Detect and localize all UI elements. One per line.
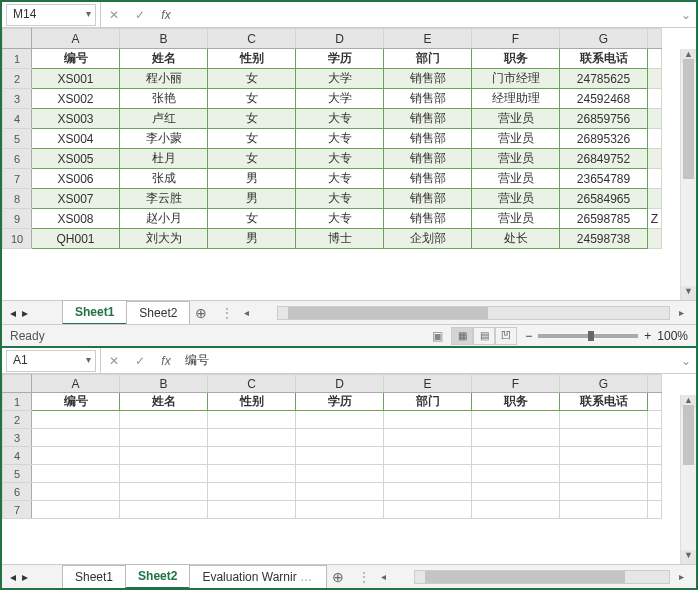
page-break-view-icon[interactable]: 凹: [495, 327, 517, 345]
cell[interactable]: 营业员: [472, 169, 560, 189]
cell[interactable]: 部门: [384, 393, 472, 411]
cell[interactable]: 销售部: [384, 89, 472, 109]
next-sheet-icon[interactable]: ▸: [22, 570, 28, 584]
cell[interactable]: [120, 447, 208, 465]
cell[interactable]: 销售部: [384, 109, 472, 129]
cell[interactable]: 处长: [472, 229, 560, 249]
new-sheet-icon[interactable]: ⊕: [189, 305, 213, 321]
row-header[interactable]: 7: [3, 501, 32, 519]
expand-formula-icon[interactable]: ⌄: [676, 8, 696, 22]
cell[interactable]: [560, 411, 648, 429]
row-header[interactable]: 2: [3, 411, 32, 429]
cell[interactable]: 营业员: [472, 109, 560, 129]
cell[interactable]: [560, 429, 648, 447]
cancel-icon[interactable]: ✕: [101, 348, 127, 373]
zoom-level[interactable]: 100%: [657, 329, 688, 343]
cell[interactable]: XS003: [32, 109, 120, 129]
cell[interactable]: 23654789: [560, 169, 648, 189]
cell[interactable]: [120, 483, 208, 501]
col-header[interactable]: B: [120, 29, 208, 49]
cell[interactable]: [208, 447, 296, 465]
tab-options-icon[interactable]: ⋮: [358, 570, 372, 584]
name-box[interactable]: A1: [6, 350, 96, 372]
cell[interactable]: QH001: [32, 229, 120, 249]
col-header[interactable]: F: [472, 375, 560, 393]
cell[interactable]: 杜月: [120, 149, 208, 169]
tab-options-icon[interactable]: ⋮: [221, 306, 235, 320]
scroll-left-icon[interactable]: ◂: [376, 571, 390, 582]
tab-sheet2[interactable]: Sheet2: [126, 301, 190, 324]
cell[interactable]: 大专: [296, 209, 384, 229]
cell[interactable]: 女: [208, 129, 296, 149]
cell[interactable]: 销售部: [384, 209, 472, 229]
cell[interactable]: 营业员: [472, 189, 560, 209]
cell[interactable]: 26598785: [560, 209, 648, 229]
cell[interactable]: [120, 411, 208, 429]
cell[interactable]: [472, 411, 560, 429]
page-layout-view-icon[interactable]: ▤: [473, 327, 495, 345]
cell[interactable]: [32, 429, 120, 447]
cell[interactable]: 张艳: [120, 89, 208, 109]
cell[interactable]: [32, 411, 120, 429]
zoom-in-icon[interactable]: +: [644, 329, 651, 343]
cell[interactable]: 26859756: [560, 109, 648, 129]
cell[interactable]: [560, 483, 648, 501]
col-header[interactable]: G: [560, 29, 648, 49]
col-header[interactable]: C: [208, 375, 296, 393]
scroll-thumb[interactable]: [683, 405, 694, 465]
row-header[interactable]: 10: [3, 229, 32, 249]
cell[interactable]: [472, 483, 560, 501]
cell[interactable]: [472, 447, 560, 465]
cell[interactable]: [296, 429, 384, 447]
cell[interactable]: [472, 465, 560, 483]
cell[interactable]: 刘大为: [120, 229, 208, 249]
cell[interactable]: XS005: [32, 149, 120, 169]
cell[interactable]: [208, 465, 296, 483]
horizontal-scrollbar[interactable]: [414, 570, 670, 584]
cell[interactable]: XS002: [32, 89, 120, 109]
cell[interactable]: 职务: [472, 49, 560, 69]
cell[interactable]: 24592468: [560, 89, 648, 109]
cell[interactable]: 男: [208, 189, 296, 209]
cell[interactable]: 销售部: [384, 129, 472, 149]
zoom-slider[interactable]: [538, 334, 638, 338]
cell[interactable]: 性别: [208, 49, 296, 69]
cell[interactable]: [560, 447, 648, 465]
tab-sheet2[interactable]: Sheet2: [125, 564, 190, 589]
cell[interactable]: [648, 89, 662, 109]
tab-sheet1[interactable]: Sheet1: [62, 565, 126, 588]
row-header[interactable]: 3: [3, 89, 32, 109]
cell[interactable]: 大学: [296, 69, 384, 89]
cell[interactable]: 部门: [384, 49, 472, 69]
cell[interactable]: 学历: [296, 49, 384, 69]
cancel-icon[interactable]: ✕: [101, 2, 127, 27]
cell[interactable]: 24598738: [560, 229, 648, 249]
cell[interactable]: 李小蒙: [120, 129, 208, 149]
cell[interactable]: 经理助理: [472, 89, 560, 109]
cell[interactable]: 编号: [32, 49, 120, 69]
cell[interactable]: 26849752: [560, 149, 648, 169]
cell[interactable]: 性别: [208, 393, 296, 411]
cell[interactable]: 大专: [296, 169, 384, 189]
cell[interactable]: 联系电话: [560, 393, 648, 411]
cell[interactable]: [648, 149, 662, 169]
col-header[interactable]: A: [32, 29, 120, 49]
row-header[interactable]: 3: [3, 429, 32, 447]
cell[interactable]: [32, 501, 120, 519]
cell[interactable]: [384, 465, 472, 483]
formula-input[interactable]: [179, 4, 676, 26]
col-header[interactable]: [648, 29, 662, 49]
cell[interactable]: 大学: [296, 89, 384, 109]
cell[interactable]: XS001: [32, 69, 120, 89]
cell[interactable]: [648, 393, 662, 411]
cell[interactable]: [208, 429, 296, 447]
cell[interactable]: 职务: [472, 393, 560, 411]
cell[interactable]: 姓名: [120, 393, 208, 411]
cell[interactable]: [648, 69, 662, 89]
row-header[interactable]: 9: [3, 209, 32, 229]
cell[interactable]: XS004: [32, 129, 120, 149]
cell[interactable]: 销售部: [384, 149, 472, 169]
scroll-right-icon[interactable]: ▸: [674, 307, 688, 318]
cell[interactable]: [120, 465, 208, 483]
cell[interactable]: [648, 411, 662, 429]
